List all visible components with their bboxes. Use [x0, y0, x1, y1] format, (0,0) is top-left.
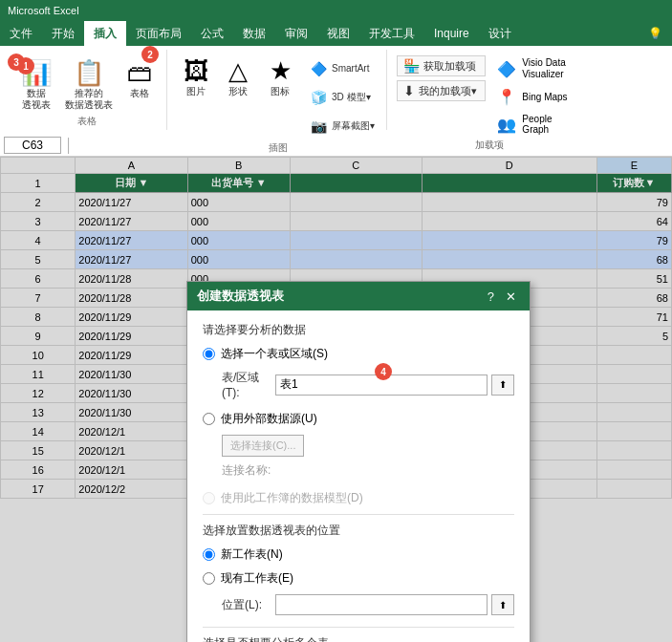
table-label: 表格 — [130, 88, 149, 99]
radio-select-table-input[interactable] — [203, 348, 215, 360]
3d-model-icon: 🧊 — [307, 86, 330, 109]
tab-inquire[interactable]: Inquire — [424, 21, 479, 46]
radio-data-model-label: 使用此工作簿的数据模型(D) — [221, 490, 363, 506]
dialog-titlebar-buttons: ? ✕ — [484, 289, 520, 304]
get-addin-label: 获取加载项 — [423, 59, 476, 74]
people-graph-button[interactable]: 👥 People Graph — [493, 112, 582, 137]
my-addin-label: 我的加载项▾ — [419, 84, 477, 98]
tab-file[interactable]: 文件 — [0, 21, 42, 46]
tab-formula[interactable]: 公式 — [191, 21, 233, 46]
location-upload-btn[interactable]: ⬆ — [491, 594, 514, 615]
dialog-title: 创建数据透视表 — [197, 288, 284, 305]
dialog-body: 请选择要分析的数据 选择一个表或区域(S) 表/区域(T): ⬆ 4 — [187, 310, 530, 642]
people-graph-icon: 👥 — [497, 116, 516, 134]
radio-external-input[interactable] — [203, 413, 215, 425]
shape-label: 形状 — [228, 86, 248, 97]
badge-3: 3 — [8, 54, 25, 71]
select-connection-button[interactable]: 选择连接(C)... — [222, 435, 304, 457]
dialog-titlebar: 创建数据透视表 ? ✕ — [187, 282, 530, 310]
tab-page-layout[interactable]: 页面布局 — [126, 21, 191, 46]
icon-button[interactable]: ★ 图标 — [261, 54, 299, 99]
bing-maps-label: Bing Maps — [522, 92, 567, 102]
screenshot-button[interactable]: 📷 屏幕截图▾ — [303, 113, 379, 139]
ribbon-group-illustrations: 🖼 图片 △ 形状 ★ 图标 🔷 SmartArt 🧊 3D 模型▾ — [169, 50, 387, 130]
get-addin-icon: 🏪 — [403, 58, 420, 74]
location-input[interactable] — [275, 594, 488, 615]
ribbon-content: 📊 数据透视表 1 📋 推荐的数据透视表 🗃 表格 表格 � — [0, 46, 672, 134]
3d-model-button[interactable]: 🧊 3D 模型▾ — [303, 84, 379, 111]
smartart-button[interactable]: 🔷 SmartArt — [303, 55, 379, 82]
radio-existing-sheet-input[interactable] — [203, 572, 215, 585]
icon-label: 图标 — [271, 86, 290, 97]
picture-button[interactable]: 🖼 图片 — [177, 54, 215, 99]
my-addin-button[interactable]: ⬇ 我的加载项▾ — [397, 80, 486, 101]
bing-maps-icon: 📍 — [497, 88, 516, 106]
section3-title: 选择是否想要分析多个表 — [203, 635, 514, 642]
bing-maps-button[interactable]: 📍 Bing Maps — [493, 86, 582, 108]
table-range-row: 表/区域(T): ⬆ — [203, 370, 514, 399]
my-addin-icon: ⬇ — [403, 83, 415, 98]
ribbon-tabs: 文件 开始 插入 页面布局 公式 数据 审阅 视图 开发工具 Inquire 设… — [0, 21, 672, 46]
radio-external-label: 使用外部数据源(U) — [221, 411, 317, 427]
shape-icon: △ — [223, 55, 253, 86]
shape-button[interactable]: △ 形状 — [219, 54, 257, 99]
tab-data[interactable]: 数据 — [233, 21, 275, 46]
recommend-pivot-icon: 📋 — [74, 57, 104, 88]
pivot-table-label: 数据透视表 — [22, 88, 51, 111]
radio-data-model: 使用此工作簿的数据模型(D) — [203, 490, 514, 506]
radio-new-sheet-label: 新工作表(N) — [221, 546, 283, 563]
tab-insert[interactable]: 插入 — [84, 21, 126, 46]
radio-new-sheet: 新工作表(N) — [203, 546, 514, 563]
title-bar: Microsoft Excel — [0, 0, 672, 21]
location-label: 位置(L): — [222, 597, 271, 613]
recommend-pivot-label: 推荐的数据透视表 — [65, 88, 113, 111]
badge-2: 2 — [141, 46, 159, 63]
recommend-pivot-button[interactable]: 📋 推荐的数据透视表 — [61, 55, 117, 113]
smartart-icon: 🔷 — [307, 57, 330, 80]
tab-design[interactable]: 设计 — [479, 21, 521, 46]
location-row: 位置(L): ⬆ — [203, 594, 514, 615]
radio-new-sheet-input[interactable] — [203, 548, 215, 561]
addins-group-label: 加载项 — [475, 137, 504, 152]
dialog-close-button[interactable]: ✕ — [502, 289, 520, 304]
create-pivot-dialog: 创建数据透视表 ? ✕ 请选择要分析的数据 选择一个表或区域(S) 表/区域(T… — [186, 281, 531, 642]
smartart-label: SmartArt — [332, 63, 369, 75]
radio-select-table-label: 选择一个表或区域(S) — [221, 346, 328, 362]
main-area: A B C D E 1 日期 ▼ 出货单号 ▼ 订购数▼ — [0, 157, 672, 642]
illustrations-group-label: 插图 — [269, 139, 288, 155]
section2-title: 选择放置数据透视表的位置 — [203, 523, 514, 539]
visio-button[interactable]: 🔷 Visio DataVisualizer — [493, 55, 582, 82]
dialog-help-button[interactable]: ? — [484, 289, 498, 304]
tables-group-label: 表格 — [77, 113, 97, 128]
ribbon-group-addins: 🏪 获取加载项 ⬇ 我的加载项▾ 🔷 Visio DataVisualizer … — [389, 50, 591, 130]
radio-select-table: 选择一个表或区域(S) — [203, 346, 514, 362]
tab-view[interactable]: 视图 — [317, 21, 359, 46]
formula-divider: │ — [65, 138, 74, 153]
ribbon-group-tables: 📊 数据透视表 1 📋 推荐的数据透视表 🗃 表格 表格 — [8, 50, 167, 130]
title-text: Microsoft Excel — [8, 5, 79, 16]
connection-name-row: 连接名称: — [203, 462, 514, 479]
tab-developer[interactable]: 开发工具 — [359, 21, 424, 46]
picture-label: 图片 — [186, 86, 206, 97]
cell-reference-input[interactable] — [4, 137, 61, 154]
get-addin-button[interactable]: 🏪 获取加载项 — [397, 55, 486, 76]
radio-external-source: 使用外部数据源(U) — [203, 411, 514, 427]
screenshot-label: 屏幕截图▾ — [332, 120, 375, 132]
tab-home[interactable]: 开始 — [42, 21, 84, 46]
table-range-label: 表/区域(T): — [222, 370, 271, 399]
radio-data-model-input[interactable] — [203, 492, 215, 504]
visio-label: Visio DataVisualizer — [522, 57, 565, 80]
icon-icon: ★ — [265, 55, 295, 86]
tab-help-icon[interactable]: 💡 — [639, 21, 672, 46]
tab-review[interactable]: 审阅 — [275, 21, 317, 46]
3d-model-label: 3D 模型▾ — [332, 92, 371, 103]
connection-name-label: 连接名称: — [222, 462, 271, 479]
radio-existing-sheet-label: 现有工作表(E) — [221, 570, 293, 587]
visio-icon: 🔷 — [497, 60, 516, 78]
table-range-upload-btn[interactable]: ⬆ — [491, 374, 514, 396]
badge-4: 4 — [375, 363, 392, 380]
section1-title: 请选择要分析的数据 — [203, 322, 514, 338]
people-graph-label: People Graph — [522, 114, 578, 135]
screenshot-icon: 📷 — [307, 115, 330, 138]
picture-icon: 🖼 — [181, 55, 211, 86]
